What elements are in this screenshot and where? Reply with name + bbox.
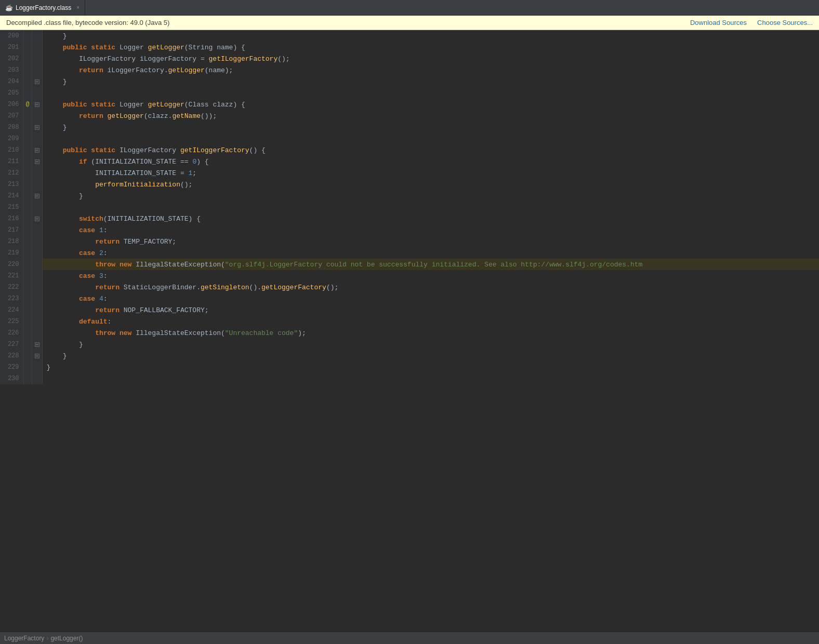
fold-gutter[interactable]: − xyxy=(32,99,42,110)
annotation-gutter xyxy=(23,304,32,316)
code-content xyxy=(42,133,819,144)
fold-gutter xyxy=(32,224,42,236)
fold-gutter xyxy=(32,42,42,53)
fold-gutter xyxy=(32,327,42,339)
fold-gutter xyxy=(32,110,42,122)
fold-gutter xyxy=(32,270,42,281)
line-number: 229 xyxy=(0,361,23,373)
fold-gutter[interactable]: − xyxy=(32,144,42,156)
line-number: 201 xyxy=(0,42,23,53)
fold-gutter xyxy=(32,304,42,316)
breadcrumb-separator: › xyxy=(46,635,48,642)
annotation-gutter xyxy=(23,281,32,293)
fold-gutter[interactable]: − xyxy=(32,350,42,361)
table-row: 209 xyxy=(0,133,819,144)
fold-gutter[interactable]: − xyxy=(32,156,42,167)
line-number: 228 xyxy=(0,350,23,361)
fold-icon[interactable]: − xyxy=(35,125,39,130)
fold-icon[interactable]: − xyxy=(35,159,39,164)
table-row: 223 case 4: xyxy=(0,293,819,304)
fold-gutter[interactable]: − xyxy=(32,213,42,224)
annotation-gutter xyxy=(23,270,32,281)
code-content: } xyxy=(42,76,819,87)
tab-loggerfactory[interactable]: ☕ LoggerFactory.class × xyxy=(0,0,85,15)
tab-close-button[interactable]: × xyxy=(76,5,80,10)
code-content: return iLoggerFactory.getLogger(name); xyxy=(42,64,819,76)
fold-gutter xyxy=(32,179,42,190)
code-content: } xyxy=(42,361,819,373)
code-content: return StaticLoggerBinder.getSingleton()… xyxy=(42,281,819,293)
fold-icon[interactable]: − xyxy=(35,194,39,198)
code-content: switch(INITIALIZATION_STATE) { xyxy=(42,213,819,224)
fold-icon[interactable]: − xyxy=(35,354,39,358)
fold-icon[interactable]: − xyxy=(35,342,39,347)
code-content: return getLogger(clazz.getName()); xyxy=(42,110,819,122)
editor-container: 200 }201 public static Logger getLogger(… xyxy=(0,30,819,632)
fold-icon[interactable]: − xyxy=(35,217,39,221)
table-row: 215 xyxy=(0,202,819,213)
code-content: public static Logger getLogger(Class cla… xyxy=(42,99,819,110)
fold-icon[interactable]: − xyxy=(35,148,39,153)
table-row: 216− switch(INITIALIZATION_STATE) { xyxy=(0,213,819,224)
fold-gutter[interactable]: − xyxy=(32,122,42,133)
table-row: 206@− public static Logger getLogger(Cla… xyxy=(0,99,819,110)
code-content xyxy=(42,87,819,99)
line-number: 221 xyxy=(0,270,23,281)
line-number: 230 xyxy=(0,373,23,384)
java-class-icon: ☕ xyxy=(5,4,12,11)
decompiled-banner: Decompiled .class file, bytecode version… xyxy=(0,16,819,30)
table-row: 229} xyxy=(0,361,819,373)
breadcrumb-method: getLogger() xyxy=(50,635,83,642)
annotation-gutter xyxy=(23,202,32,213)
fold-gutter[interactable]: − xyxy=(32,76,42,87)
line-number: 215 xyxy=(0,202,23,213)
line-number: 209 xyxy=(0,133,23,144)
fold-gutter[interactable]: − xyxy=(32,339,42,350)
fold-gutter xyxy=(32,361,42,373)
table-row: 219 case 2: xyxy=(0,247,819,259)
line-number: 206 xyxy=(0,99,23,110)
table-row: 222 return StaticLoggerBinder.getSinglet… xyxy=(0,281,819,293)
annotation-gutter xyxy=(23,179,32,190)
fold-icon[interactable]: − xyxy=(35,79,39,84)
breadcrumb: LoggerFactory › getLogger() xyxy=(4,635,83,642)
download-sources-link[interactable]: Download Sources xyxy=(690,19,747,26)
annotation-gutter xyxy=(23,133,32,144)
banner-actions: Download Sources Choose Sources... xyxy=(690,19,813,26)
line-number: 210 xyxy=(0,144,23,156)
line-number: 224 xyxy=(0,304,23,316)
fold-gutter xyxy=(32,316,42,327)
code-content: if (INITIALIZATION_STATE == 0) { xyxy=(42,156,819,167)
fold-gutter xyxy=(32,247,42,259)
table-row: 214− } xyxy=(0,190,819,202)
fold-gutter[interactable]: − xyxy=(32,190,42,202)
fold-icon[interactable]: − xyxy=(35,102,39,107)
annotation-gutter xyxy=(23,190,32,202)
line-number: 227 xyxy=(0,339,23,350)
annotation-gutter xyxy=(23,213,32,224)
annotation-gutter xyxy=(23,42,32,53)
line-number: 220 xyxy=(0,259,23,270)
code-table: 200 }201 public static Logger getLogger(… xyxy=(0,30,819,384)
table-row: 212 INITIALIZATION_STATE = 1; xyxy=(0,167,819,179)
fold-gutter xyxy=(32,259,42,270)
table-row: 202 ILoggerFactory iLoggerFactory = getI… xyxy=(0,53,819,64)
code-content: } xyxy=(42,339,819,350)
table-row: 208− } xyxy=(0,122,819,133)
code-area[interactable]: 200 }201 public static Logger getLogger(… xyxy=(0,30,819,632)
annotation-gutter xyxy=(23,350,32,361)
line-number: 203 xyxy=(0,64,23,76)
line-number: 225 xyxy=(0,316,23,327)
code-content: case 1: xyxy=(42,224,819,236)
choose-sources-link[interactable]: Choose Sources... xyxy=(757,19,813,26)
table-row: 203 return iLoggerFactory.getLogger(name… xyxy=(0,64,819,76)
table-row: 201 public static Logger getLogger(Strin… xyxy=(0,42,819,53)
annotation-gutter xyxy=(23,53,32,64)
annotation-gutter xyxy=(23,224,32,236)
breadcrumb-class: LoggerFactory xyxy=(4,635,44,642)
fold-gutter xyxy=(32,167,42,179)
line-number: 223 xyxy=(0,293,23,304)
fold-gutter xyxy=(32,53,42,64)
code-content: } xyxy=(42,350,819,361)
code-content: ILoggerFactory iLoggerFactory = getILogg… xyxy=(42,53,819,64)
